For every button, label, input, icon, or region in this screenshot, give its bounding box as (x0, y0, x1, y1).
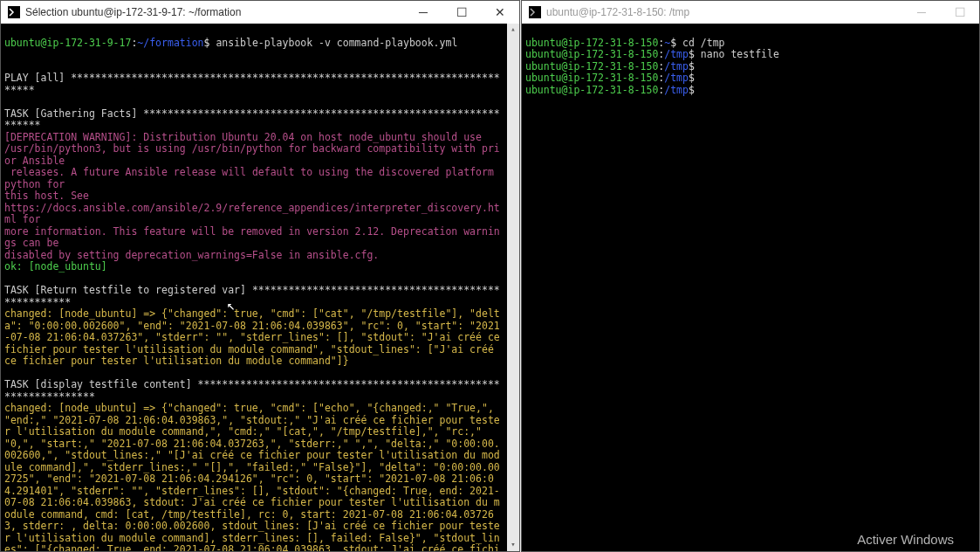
deprecation-warning: [DEPRECATION WARNING]: Distribution Ubun… (4, 131, 482, 143)
window-controls: ─ ☐ (902, 1, 979, 24)
close-button[interactable]: ✕ (481, 1, 519, 24)
maximize-button[interactable]: ☐ (442, 1, 481, 24)
play-all: PLAY [all] (4, 72, 65, 84)
task-facts: TASK [Gathering Facts] (4, 107, 137, 120)
prompt-path: ~/formation (137, 37, 203, 49)
scroll-down-icon[interactable]: ▾ (507, 539, 519, 551)
minimize-button[interactable]: ─ (902, 1, 941, 24)
task-return: TASK [Return testfile to registered var] (4, 284, 246, 296)
right-terminal-window: ubuntu@ip-172-31-8-150: /tmp ─ ☐ ubuntu@… (521, 0, 980, 552)
prompt-user: ubuntu@ip-172-31-8-150 (525, 37, 658, 49)
window-title: ubuntu@ip-172-31-8-150: /tmp (546, 6, 689, 18)
right-terminal-body[interactable]: ubuntu@ip-172-31-8-150:~$ cd /tmp ubuntu… (522, 24, 979, 551)
ok-result: ok: [node_ubuntu] (4, 260, 107, 273)
window-controls: ─ ☐ ✕ (404, 1, 519, 24)
left-terminal-window: Sélection ubuntu@ip-172-31-9-17: ~/forma… (0, 0, 520, 552)
left-terminal-body[interactable]: ubuntu@ip-172-31-9-17:~/formation$ ansib… (1, 24, 519, 551)
right-titlebar[interactable]: ubuntu@ip-172-31-8-150: /tmp ─ ☐ (522, 1, 979, 24)
task-display: TASK [display testfile content] (4, 378, 192, 390)
left-titlebar[interactable]: Sélection ubuntu@ip-172-31-9-17: ~/forma… (1, 1, 519, 24)
terminal-icon (529, 6, 541, 18)
maximize-button[interactable]: ☐ (941, 1, 979, 24)
scroll-up-icon[interactable]: ▴ (507, 24, 519, 36)
minimize-button[interactable]: ─ (404, 1, 442, 24)
command-text: ansible-playbook -v command-playbook.yml (216, 37, 457, 49)
window-title: Sélection ubuntu@ip-172-31-9-17: ~/forma… (25, 6, 241, 18)
changed-result-2: changed: [node_ubuntu] => {"changed": tr… (4, 402, 500, 551)
changed-result-1: changed: [node_ubuntu] => {"changed": tr… (4, 307, 506, 367)
prompt-user: ubuntu@ip-172-31-9-17 (4, 37, 131, 49)
cmd-nano: nano testfile (701, 48, 779, 60)
cmd-cd: cd /tmp (682, 37, 724, 49)
scrollbar[interactable]: ▴ ▾ (507, 24, 519, 551)
terminal-icon (8, 6, 20, 18)
